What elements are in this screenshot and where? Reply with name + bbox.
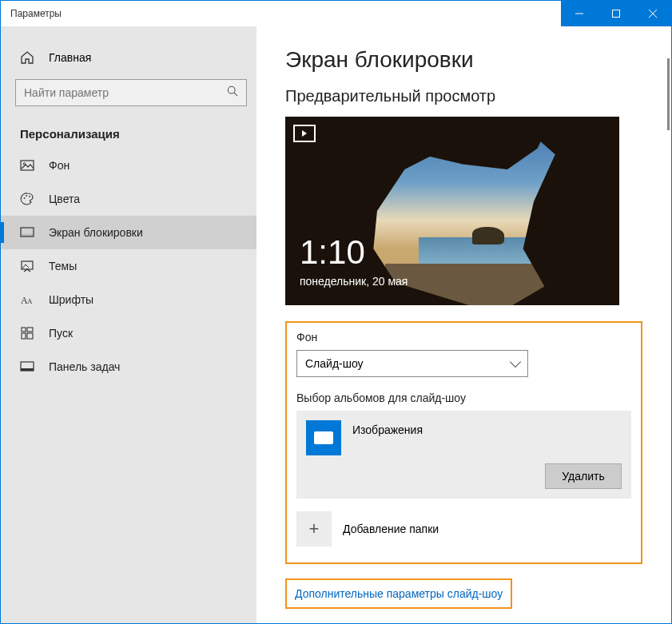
sidebar-item-start[interactable]: Пуск bbox=[1, 316, 256, 350]
svg-rect-17 bbox=[27, 328, 33, 332]
svg-rect-19 bbox=[27, 333, 33, 339]
advanced-link-box: Дополнительные параметры слайд-шоу bbox=[285, 578, 512, 609]
svg-line-5 bbox=[234, 93, 237, 96]
chevron-down-icon bbox=[510, 356, 521, 368]
sidebar-item-label: Экран блокировки bbox=[49, 226, 143, 239]
close-button[interactable] bbox=[634, 1, 671, 26]
themes-icon bbox=[20, 259, 34, 273]
window-controls bbox=[561, 1, 671, 26]
maximize-icon bbox=[612, 10, 620, 18]
preview-heading: Предварительный просмотр bbox=[285, 87, 642, 105]
search-row bbox=[1, 73, 256, 113]
background-dropdown[interactable]: Слайд-шоу bbox=[296, 350, 528, 377]
minimize-button[interactable] bbox=[561, 1, 598, 26]
preview-time: 1:10 bbox=[300, 233, 365, 272]
content-pane[interactable]: Экран блокировки Предварительный просмот… bbox=[256, 26, 671, 623]
sidebar-item-label: Темы bbox=[49, 260, 77, 272]
search-icon bbox=[227, 85, 238, 100]
background-label: Фон bbox=[296, 331, 631, 344]
pictures-folder-icon bbox=[306, 420, 341, 455]
add-folder-label: Добавление папки bbox=[343, 523, 439, 535]
window-title: Параметры bbox=[1, 8, 62, 19]
preview-date: понедельник, 20 мая bbox=[300, 275, 408, 288]
background-settings-group: Фон Слайд-шоу Выбор альбомов для слайд-ш… bbox=[285, 321, 642, 564]
svg-rect-6 bbox=[21, 161, 34, 170]
start-icon bbox=[20, 326, 34, 340]
settings-window: Параметры Главная bbox=[0, 0, 672, 624]
svg-rect-13 bbox=[22, 261, 33, 269]
search-input[interactable] bbox=[24, 86, 184, 99]
scrollbar-thumb[interactable] bbox=[667, 58, 670, 130]
album-title: Изображения bbox=[352, 420, 423, 436]
home-link[interactable]: Главная bbox=[1, 42, 256, 73]
svg-text:A: A bbox=[27, 297, 33, 305]
sidebar-item-themes[interactable]: Темы bbox=[1, 249, 256, 283]
lockscreen-preview: 1:10 понедельник, 20 мая bbox=[285, 117, 619, 305]
advanced-slideshow-link[interactable]: Дополнительные параметры слайд-шоу bbox=[295, 587, 503, 600]
minimize-icon bbox=[575, 10, 583, 18]
plus-icon[interactable]: + bbox=[296, 511, 332, 546]
palette-icon bbox=[20, 192, 34, 206]
album-card[interactable]: Изображения Удалить bbox=[296, 411, 631, 499]
maximize-button[interactable] bbox=[598, 1, 634, 26]
svg-rect-18 bbox=[22, 333, 26, 339]
titlebar: Параметры bbox=[1, 1, 671, 26]
svg-rect-16 bbox=[22, 328, 26, 332]
svg-rect-12 bbox=[21, 234, 34, 236]
sidebar-item-label: Цвета bbox=[49, 193, 80, 205]
taskbar-icon bbox=[20, 360, 34, 374]
svg-point-9 bbox=[26, 195, 27, 197]
svg-point-8 bbox=[24, 197, 26, 199]
svg-point-4 bbox=[228, 86, 235, 93]
sidebar: Главная Персонализация Фон Цвета bbox=[1, 26, 256, 623]
svg-point-10 bbox=[29, 196, 30, 197]
close-icon bbox=[649, 10, 657, 18]
albums-label: Выбор альбомов для слайд-шоу bbox=[296, 391, 631, 404]
page-title: Экран блокировки bbox=[285, 47, 642, 73]
lockscreen-icon bbox=[20, 225, 34, 240]
sidebar-item-label: Шрифты bbox=[49, 293, 93, 306]
sidebar-item-label: Пуск bbox=[49, 327, 73, 340]
search-box[interactable] bbox=[15, 79, 247, 106]
delete-button[interactable]: Удалить bbox=[545, 463, 622, 489]
sidebar-item-taskbar[interactable]: Панель задач bbox=[1, 350, 256, 384]
preview-islet bbox=[472, 227, 504, 244]
sidebar-item-colors[interactable]: Цвета bbox=[1, 182, 256, 216]
dropdown-selected: Слайд-шоу bbox=[305, 357, 364, 370]
sidebar-item-fonts[interactable]: AA Шрифты bbox=[1, 283, 256, 316]
album-row: Изображения bbox=[306, 420, 622, 455]
svg-rect-21 bbox=[21, 368, 34, 371]
category-title: Персонализация bbox=[1, 113, 256, 149]
sidebar-item-lockscreen[interactable]: Экран блокировки bbox=[1, 216, 256, 249]
sidebar-item-label: Панель задач bbox=[49, 360, 120, 373]
fonts-icon: AA bbox=[20, 292, 34, 307]
add-folder-row[interactable]: + Добавление папки bbox=[296, 507, 631, 551]
home-icon bbox=[20, 50, 34, 65]
slideshow-icon bbox=[293, 125, 316, 142]
image-icon bbox=[20, 158, 34, 173]
svg-rect-1 bbox=[613, 10, 620, 18]
home-label: Главная bbox=[49, 51, 91, 64]
sidebar-item-background[interactable]: Фон bbox=[1, 149, 256, 182]
window-body: Главная Персонализация Фон Цвета bbox=[1, 26, 671, 623]
sidebar-item-label: Фон bbox=[49, 159, 70, 172]
